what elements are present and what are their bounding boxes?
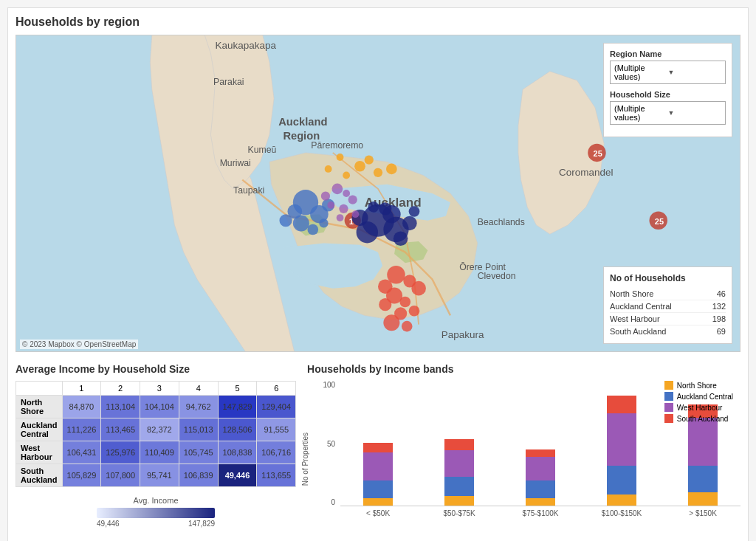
bar-segment xyxy=(688,492,718,506)
svg-point-66 xyxy=(327,201,334,209)
x-axis-label: $100-$150K xyxy=(584,509,659,517)
bar-segment xyxy=(444,496,474,506)
svg-text:Taupaki: Taupaki xyxy=(233,185,264,196)
region-name-select[interactable]: (Multiple values) ▼ xyxy=(610,61,726,84)
table-cell: 147,829 xyxy=(218,396,257,418)
table-cell: 106,839 xyxy=(179,464,218,487)
legend-row: Auckland Central132 xyxy=(610,300,726,313)
household-size-select[interactable]: (Multiple values) ▼ xyxy=(610,101,726,125)
table-cell: 113,655 xyxy=(257,464,296,487)
chart-wrapper: North ShoreAuckland CentralWest HarbourS… xyxy=(307,381,740,541)
svg-text:25: 25 xyxy=(655,217,664,226)
bar-segment xyxy=(607,495,636,506)
table-row-label: South Auckland xyxy=(16,464,63,487)
chart-legend-item: North Shore xyxy=(664,381,733,390)
svg-point-67 xyxy=(339,204,348,213)
table-row: South Auckland105,829107,80095,741106,83… xyxy=(16,464,296,487)
bar-group xyxy=(340,443,416,506)
svg-point-62 xyxy=(332,184,343,195)
svg-text:Beachlands: Beachlands xyxy=(478,217,525,227)
svg-point-56 xyxy=(411,281,426,296)
table-cell: 129,404 xyxy=(257,396,296,418)
legend-row-name: West Harbour xyxy=(610,314,660,323)
svg-text:Papakura: Papakura xyxy=(441,329,484,340)
stacked-bar xyxy=(444,439,474,506)
avg-income-legend: Avg. Income 49,446 147,829 xyxy=(16,496,296,528)
table-cell: 104,104 xyxy=(140,396,179,418)
table-cell: 128,506 xyxy=(218,418,257,441)
stacked-bar xyxy=(607,396,636,506)
svg-point-28 xyxy=(343,172,350,179)
legend-item-label: Auckland Central xyxy=(677,393,733,401)
table-cell: 91,555 xyxy=(257,418,296,441)
chart-legend: North ShoreAuckland CentralWest HarbourS… xyxy=(664,381,733,423)
table-cell: 125,976 xyxy=(101,441,140,464)
bar-segment xyxy=(363,452,393,481)
bar-segment xyxy=(688,418,718,466)
table-cell: 108,838 xyxy=(218,441,257,464)
income-table-col-header xyxy=(16,382,63,396)
bar-segment xyxy=(444,450,474,477)
bar-segment xyxy=(607,466,636,495)
svg-point-61 xyxy=(402,321,413,332)
legend-row-value: 132 xyxy=(712,302,726,311)
x-axis-label: < $50K xyxy=(340,509,416,517)
table-cell: 105,745 xyxy=(179,441,218,464)
svg-point-38 xyxy=(379,202,391,215)
filter-panel: Region Name (Multiple values) ▼ Househol… xyxy=(603,43,732,137)
stacked-bar xyxy=(363,443,393,506)
svg-point-65 xyxy=(348,195,357,204)
table-row-label: North Shore xyxy=(16,396,63,418)
bar-segment xyxy=(363,480,393,497)
legend-rows: North Shore46Auckland Central132West Har… xyxy=(610,288,726,337)
bar-segment xyxy=(363,498,393,506)
svg-text:25: 25 xyxy=(594,149,602,158)
region-name-dropdown-arrow: ▼ xyxy=(668,69,722,76)
bar-group xyxy=(503,449,578,506)
bar-segment xyxy=(363,443,393,452)
color-bar-labels: 49,446 147,829 xyxy=(97,520,215,528)
chart-legend-item: South Auckland xyxy=(664,414,733,423)
income-table-col-header: 5 xyxy=(218,382,257,396)
bar-segment xyxy=(607,396,636,413)
y-axis: 100500 xyxy=(307,381,338,506)
y-axis-tick: 100 xyxy=(323,381,335,389)
svg-text:Muriwai: Muriwai xyxy=(220,158,251,168)
color-bar-max: 147,829 xyxy=(188,520,215,528)
svg-text:Parakai: Parakai xyxy=(213,77,244,87)
y-axis-label: No of Properties xyxy=(301,433,309,486)
map-attribution: © 2023 Mapbox © OpenStreetMap xyxy=(20,340,138,349)
table-cell: 106,716 xyxy=(257,441,296,464)
legend-title: No of Households xyxy=(610,273,726,283)
svg-text:Auckland: Auckland xyxy=(278,116,327,128)
bar-chart-title: Households by Income bands xyxy=(307,363,740,375)
table-row: Auckland Central111,226113,46582,372115,… xyxy=(16,418,296,441)
table-cell: 95,741 xyxy=(140,464,179,487)
svg-point-29 xyxy=(365,156,374,165)
legend-row: West Harbour198 xyxy=(610,313,726,325)
table-cell: 107,800 xyxy=(101,464,140,487)
legend-color-swatch xyxy=(664,392,673,401)
income-table-col-header: 1 xyxy=(62,382,101,396)
income-table-col-header: 3 xyxy=(140,382,179,396)
svg-point-48 xyxy=(307,224,318,235)
legend-row-value: 46 xyxy=(717,289,726,298)
bar-segment xyxy=(607,413,636,466)
table-cell: 94,762 xyxy=(179,396,218,418)
bar-segment xyxy=(526,480,555,497)
y-axis-tick: 0 xyxy=(331,498,336,506)
chart-legend-item: Auckland Central xyxy=(664,392,733,401)
table-cell: 82,372 xyxy=(140,418,179,441)
color-bar xyxy=(97,508,215,518)
household-size-value: (Multiple values) xyxy=(614,104,668,122)
legend-row: South Auckland69 xyxy=(610,325,726,337)
svg-point-36 xyxy=(402,216,417,231)
legend-item-label: South Auckland xyxy=(677,415,729,423)
table-cell: 113,104 xyxy=(101,396,140,418)
legend-row-name: Auckland Central xyxy=(610,302,672,311)
legend-item-label: West Harbour xyxy=(677,404,723,412)
x-axis-label: $50-$75K xyxy=(422,509,497,517)
income-table: 123456 North Shore84,870113,104104,10494… xyxy=(16,381,296,487)
income-table-title: Average Income by Household Size xyxy=(16,363,296,375)
bar-segment xyxy=(444,439,474,451)
